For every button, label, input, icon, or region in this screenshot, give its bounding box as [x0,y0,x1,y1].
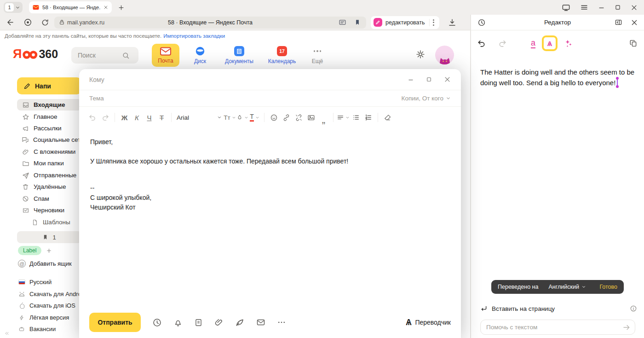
refresh-icon[interactable] [39,16,52,29]
ssl-lock-icon[interactable] [59,19,65,25]
folder-spam[interactable]: Спам [17,193,81,204]
folder-sent[interactable]: Отправленные [17,169,81,181]
translator-button[interactable]: Ѧ Переводчик [406,318,451,326]
info-icon[interactable] [630,305,637,312]
settings-gear-icon[interactable] [415,49,426,59]
language-link[interactable]: Русский [18,279,52,286]
message-body[interactable]: Привет, У Шляпника все хорошо у остальны… [79,128,461,212]
copy-text-icon[interactable] [629,39,638,47]
quote-icon[interactable]: „ [317,111,330,124]
maximize-window-icon[interactable] [615,4,621,11]
underline-button[interactable]: Ч [143,111,155,124]
tab-group-chip[interactable]: 1 [4,2,23,13]
download-android-link[interactable]: Скачать для Andro [18,291,81,297]
rewrite-icon[interactable]: a [531,39,535,48]
yandex-360-logo[interactable]: Я 360 [13,48,58,60]
menu-icon[interactable] [580,3,588,12]
font-family-select[interactable]: Arial [175,114,224,121]
alice-assistant-icon[interactable] [21,16,34,29]
folder-inbox[interactable]: Входящие [17,99,81,111]
downloads-icon[interactable] [446,16,459,29]
ai-prompt-field[interactable] [480,320,635,335]
undo-icon[interactable] [86,111,99,124]
service-calendar[interactable]: 17 Календарь [265,44,299,67]
expand-compose-icon[interactable] [426,76,432,82]
italic-button[interactable]: К [131,111,143,124]
minimize-window-icon[interactable] [598,4,605,11]
link-icon[interactable] [280,111,293,124]
edit-mode-button[interactable]: редактировать [371,16,439,29]
copy-to-self-icon[interactable] [256,318,265,327]
redo-icon[interactable] [99,111,111,124]
folder-my-folders[interactable]: Мои папки [17,157,81,169]
add-mailbox-button[interactable]: @ Добавить ящик [18,260,72,268]
folder-social[interactable]: Социальные сети [17,134,81,146]
ai-prompt-input[interactable] [486,324,622,331]
add-label-icon[interactable] [46,248,52,254]
subject-field[interactable]: Тема Копии, От кого [79,90,461,107]
service-disk[interactable]: Диск [187,44,213,67]
done-button[interactable]: Готово [599,284,617,290]
close-window-icon[interactable] [631,4,638,11]
signature-pen-icon[interactable] [235,318,245,327]
vacancies-link[interactable]: Вакансии [18,326,56,332]
browser-tab[interactable]: 58 · Входящие — Янде... [29,1,112,13]
sidebar-collapse-icon[interactable] [4,331,10,336]
folder-important[interactable]: Главное [17,111,81,122]
user-avatar[interactable] [435,46,454,64]
import-bookmarks-link[interactable]: Импортировать закладки [163,33,225,39]
tab-close-icon[interactable] [104,5,108,10]
send-button[interactable]: Отправить [89,313,141,332]
service-mail[interactable]: Почта [152,44,179,67]
align-select[interactable] [337,111,350,124]
detach-panel-icon[interactable] [615,18,622,26]
edit-options-icon[interactable] [430,17,438,28]
numbered-list-icon[interactable] [362,111,374,124]
service-more[interactable]: Ещё [306,44,328,67]
ai-sparkles-icon[interactable] [564,39,573,48]
font-size-select[interactable]: Тт [224,111,236,124]
translate-tool-highlight[interactable]: Ѧ [542,35,558,51]
strikethrough-button[interactable]: Т [155,111,168,124]
compose-button[interactable]: Напи [17,77,81,94]
more-options-icon[interactable] [277,318,286,327]
mail-search[interactable] [71,47,138,64]
clear-formatting-icon[interactable] [381,111,394,124]
schedule-send-icon[interactable] [152,318,162,327]
reminder-bell-icon[interactable] [173,318,183,327]
close-panel-icon[interactable] [631,19,638,26]
back-icon[interactable] [4,16,17,29]
translated-text[interactable]: The Hatter is doing well and the others … [471,56,644,88]
folder-newsletters[interactable]: Рассылки [17,122,81,134]
insert-image-icon[interactable] [305,111,317,124]
label-tag[interactable]: Label [18,246,41,255]
cc-from-toggle[interactable]: Копии, От кого [402,95,451,102]
close-compose-icon[interactable] [444,76,451,83]
attach-file-icon[interactable] [214,318,224,327]
template-icon[interactable] [194,318,203,327]
download-ios-link[interactable]: Скачать для iOS [18,302,75,309]
minimize-compose-icon[interactable] [408,76,414,83]
mail-page-icon[interactable] [339,18,346,26]
lite-version-link[interactable]: Лёгкая версия [18,314,69,321]
address-bar[interactable]: mail.yandex.ru 58 · Входящие — Яндекс По… [54,17,366,29]
editor-undo-icon[interactable] [477,39,486,48]
insert-to-page-label[interactable]: Вставить на страницу [492,305,555,312]
folder-deleted[interactable]: Удалённые [17,181,81,192]
emoji-icon[interactable] [268,111,280,124]
bookmarks-filter[interactable]: 1 [17,231,81,243]
service-docs[interactable]: Документы [221,44,258,67]
new-tab-button[interactable] [118,4,125,11]
submit-arrow-icon[interactable] [622,323,631,332]
search-input[interactable] [78,52,122,59]
editor-redo-icon[interactable] [498,39,506,48]
to-field[interactable]: Кому [79,69,461,90]
highlight-color-select[interactable] [236,111,248,124]
folder-drafts[interactable]: Черновики [17,204,81,216]
text-color-select[interactable]: Т [248,111,261,124]
language-select[interactable]: Английский [548,284,586,290]
folder-attachments[interactable]: С вложениями [17,146,81,157]
devices-icon[interactable] [562,3,570,12]
bullet-list-icon[interactable] [350,111,362,124]
unlink-icon[interactable] [293,111,305,124]
